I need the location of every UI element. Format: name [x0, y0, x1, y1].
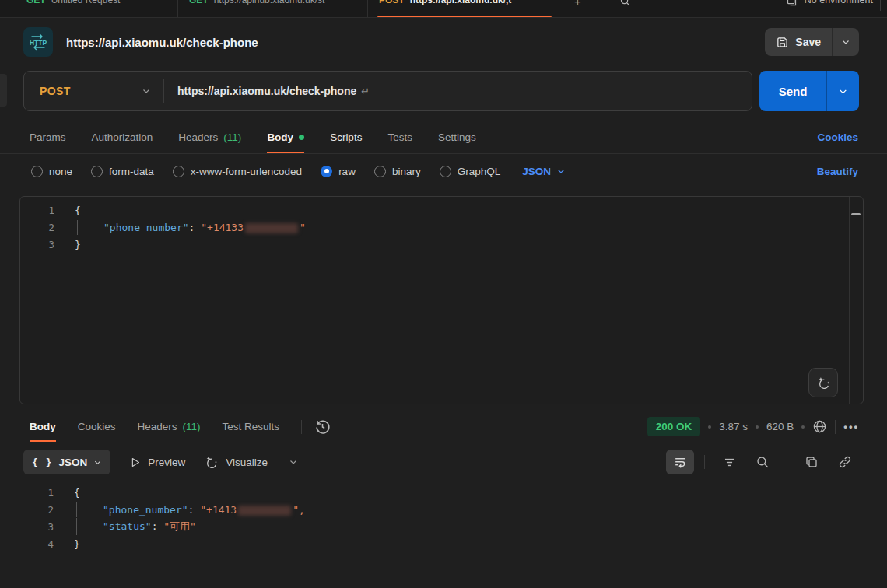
code-content: "status": "可用" — [54, 520, 196, 534]
code-line: 2"phone_number": "+14133" — [20, 219, 863, 236]
save-icon — [776, 36, 789, 49]
request-body-editor[interactable]: 1{2"phone_number": "+14133"3} — [19, 196, 864, 404]
chevron-down-icon — [841, 37, 850, 47]
response-body-editor[interactable]: 1{2"phone_number": "+1413",3"status": "可… — [19, 478, 864, 588]
language-selector[interactable]: JSON — [522, 166, 566, 177]
tab-tests[interactable]: Tests — [387, 121, 412, 153]
radio-x-www-form-urlencoded[interactable]: x-www-form-urlencoded — [173, 166, 302, 177]
workspace-tab-strip: GET Untitled Request GET https://apihub.… — [0, 0, 887, 18]
tab-headers[interactable]: Headers(11) — [178, 121, 241, 153]
svg-text:HTTP: HTTP — [30, 39, 47, 47]
radio-circle — [440, 166, 451, 177]
response-size[interactable]: 620 B — [766, 421, 794, 432]
response-tab-headers[interactable]: Headers(11) — [138, 411, 201, 442]
environment-selector[interactable]: No environment — [805, 0, 873, 5]
request-title-bar: HTTP https://api.xiaomu.uk/check-phone S… — [0, 18, 887, 66]
radio-binary[interactable]: binary — [374, 166, 421, 177]
visualize-button[interactable]: Visualize — [204, 455, 268, 470]
divider — [0, 153, 887, 154]
response-history-icon[interactable] — [314, 418, 331, 435]
tab-scripts[interactable]: Scripts — [330, 121, 362, 153]
radio-circle — [374, 166, 386, 177]
sparkle-icon — [204, 455, 219, 470]
filter-icon[interactable] — [715, 450, 743, 474]
editor-scrollbar[interactable] — [849, 197, 863, 404]
code-line: 1{ — [19, 484, 864, 501]
send-options-button[interactable] — [826, 71, 859, 111]
line-number: 1 — [19, 487, 54, 499]
code-token: "+1413 — [200, 504, 237, 516]
headers-count: (11) — [183, 421, 201, 432]
chevron-down-icon — [556, 166, 566, 176]
request-code-lines: 1{2"phone_number": "+14133"3} — [20, 197, 863, 253]
status-badge[interactable]: 200 OK — [647, 417, 701, 436]
ai-assist-button[interactable] — [808, 368, 838, 397]
save-split-button: Save — [765, 28, 859, 56]
method-selector[interactable]: POST — [24, 79, 164, 103]
code-token: "status" — [103, 520, 152, 532]
more-options-icon[interactable]: ••• — [843, 421, 859, 432]
code-content: { — [54, 487, 80, 499]
play-icon — [129, 457, 141, 468]
radio-graphql[interactable]: GraphQL — [440, 166, 501, 177]
code-token: "可用" — [163, 520, 196, 532]
divider — [279, 455, 279, 469]
braces-icon: { } — [32, 457, 52, 468]
sidebar-handle[interactable] — [0, 74, 7, 107]
send-button[interactable]: Send — [759, 71, 826, 111]
code-token: : — [188, 504, 201, 516]
visualize-options[interactable] — [279, 455, 298, 469]
tab-body[interactable]: Body — [267, 121, 304, 153]
response-tab-body[interactable]: Body — [30, 411, 56, 442]
line-number: 2 — [20, 222, 54, 233]
save-options-button[interactable] — [832, 28, 859, 56]
url-input[interactable]: https://api.xiaomu.uk/check-phone↵ — [164, 85, 370, 97]
radio-form-data[interactable]: form-data — [91, 166, 154, 177]
tab-settings[interactable]: Settings — [438, 121, 476, 153]
divider — [704, 455, 705, 469]
code-token: "phone_number" — [103, 504, 188, 516]
divider — [835, 420, 836, 434]
url-value: https://api.xiaomu.uk/check-phone — [177, 85, 356, 97]
response-tab-cookies[interactable]: Cookies — [78, 411, 116, 442]
request-title: https://api.xiaomu.uk/check-phone — [66, 36, 765, 49]
line-number: 2 — [19, 504, 54, 516]
beautify-link[interactable]: Beautify — [817, 166, 858, 177]
divider — [301, 420, 302, 434]
response-tab-test-results[interactable]: Test Results — [223, 411, 280, 442]
response-toolbar: { } JSON Preview Visualize — [23, 447, 859, 477]
link-icon[interactable] — [831, 450, 859, 474]
radio-none[interactable]: none — [31, 166, 72, 177]
divider — [880, 0, 881, 11]
globe-icon[interactable] — [812, 419, 827, 434]
radio-raw-selected[interactable]: raw — [321, 166, 356, 177]
save-button[interactable]: Save — [765, 28, 832, 56]
code-line: 3"status": "可用" — [19, 518, 864, 535]
cookies-link[interactable]: Cookies — [817, 121, 858, 153]
code-line: 1{ — [20, 201, 863, 219]
scrollbar-thumb[interactable] — [851, 213, 861, 215]
preview-button[interactable]: Preview — [129, 457, 185, 468]
search-icon[interactable] — [619, 0, 631, 7]
tab-params[interactable]: Params — [30, 121, 66, 153]
tab-authorization[interactable]: Authorization — [92, 121, 153, 153]
language-selector-value: JSON — [522, 166, 551, 177]
new-tab-button[interactable]: + — [574, 0, 581, 8]
copy-icon[interactable] — [798, 450, 826, 474]
body-type-row: none form-data x-www-form-urlencoded raw… — [31, 158, 859, 184]
separator-dot — [708, 425, 711, 429]
url-input-container: POST https://api.xiaomu.uk/check-phone↵ — [23, 71, 752, 111]
request-tab-3-active[interactable]: POST https://api.xiaomu.uk/,t — [368, 0, 563, 17]
sparkle-icon — [816, 376, 831, 390]
chevron-down-icon — [142, 86, 151, 96]
response-time[interactable]: 3.87 s — [719, 421, 748, 432]
wrap-text-button[interactable] — [666, 450, 694, 474]
request-tab-2[interactable]: GET https://apihub.xiaomu.uk/st — [178, 0, 368, 17]
request-tab-1[interactable]: GET Untitled Request — [16, 0, 178, 17]
response-format-selector[interactable]: { } JSON — [23, 450, 110, 474]
search-response-icon[interactable] — [749, 450, 777, 474]
line-number: 1 — [20, 205, 54, 216]
code-line: 3} — [20, 236, 863, 253]
api-client-window: GET Untitled Request GET https://apihub.… — [0, 0, 887, 588]
method-selector-value: POST — [40, 85, 71, 97]
